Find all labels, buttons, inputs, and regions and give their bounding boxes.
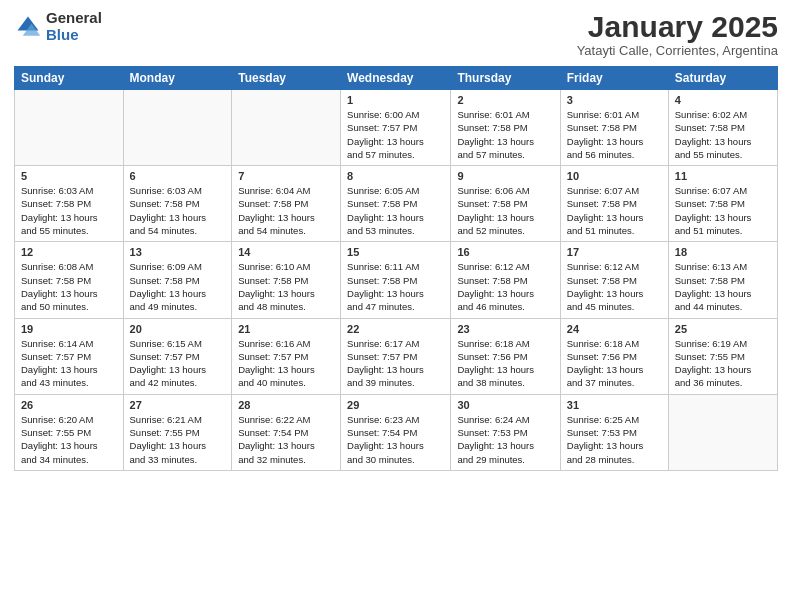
day-number: 25 bbox=[675, 323, 771, 335]
day-number: 31 bbox=[567, 399, 662, 411]
calendar-cell: 1Sunrise: 6:00 AMSunset: 7:57 PMDaylight… bbox=[341, 90, 451, 166]
calendar-week-row: 1Sunrise: 6:00 AMSunset: 7:57 PMDaylight… bbox=[15, 90, 778, 166]
calendar-week-row: 5Sunrise: 6:03 AMSunset: 7:58 PMDaylight… bbox=[15, 166, 778, 242]
logo-icon bbox=[14, 13, 42, 41]
calendar-cell: 7Sunrise: 6:04 AMSunset: 7:58 PMDaylight… bbox=[232, 166, 341, 242]
weekday-header-tuesday: Tuesday bbox=[232, 67, 341, 90]
day-info: Sunrise: 6:17 AMSunset: 7:57 PMDaylight:… bbox=[347, 337, 444, 390]
day-number: 3 bbox=[567, 94, 662, 106]
day-info: Sunrise: 6:06 AMSunset: 7:58 PMDaylight:… bbox=[457, 184, 553, 237]
day-number: 19 bbox=[21, 323, 117, 335]
day-number: 8 bbox=[347, 170, 444, 182]
day-number: 4 bbox=[675, 94, 771, 106]
weekday-header-thursday: Thursday bbox=[451, 67, 560, 90]
calendar-cell bbox=[232, 90, 341, 166]
day-number: 5 bbox=[21, 170, 117, 182]
day-info: Sunrise: 6:03 AMSunset: 7:58 PMDaylight:… bbox=[130, 184, 226, 237]
day-info: Sunrise: 6:18 AMSunset: 7:56 PMDaylight:… bbox=[457, 337, 553, 390]
calendar-cell bbox=[15, 90, 124, 166]
logo: General Blue bbox=[14, 10, 102, 43]
calendar-cell: 17Sunrise: 6:12 AMSunset: 7:58 PMDayligh… bbox=[560, 242, 668, 318]
day-number: 21 bbox=[238, 323, 334, 335]
day-info: Sunrise: 6:20 AMSunset: 7:55 PMDaylight:… bbox=[21, 413, 117, 466]
day-info: Sunrise: 6:10 AMSunset: 7:58 PMDaylight:… bbox=[238, 260, 334, 313]
day-number: 27 bbox=[130, 399, 226, 411]
calendar-cell: 8Sunrise: 6:05 AMSunset: 7:58 PMDaylight… bbox=[341, 166, 451, 242]
calendar-cell: 25Sunrise: 6:19 AMSunset: 7:55 PMDayligh… bbox=[668, 318, 777, 394]
day-number: 10 bbox=[567, 170, 662, 182]
day-number: 2 bbox=[457, 94, 553, 106]
day-info: Sunrise: 6:22 AMSunset: 7:54 PMDaylight:… bbox=[238, 413, 334, 466]
calendar-cell: 12Sunrise: 6:08 AMSunset: 7:58 PMDayligh… bbox=[15, 242, 124, 318]
day-info: Sunrise: 6:15 AMSunset: 7:57 PMDaylight:… bbox=[130, 337, 226, 390]
day-info: Sunrise: 6:23 AMSunset: 7:54 PMDaylight:… bbox=[347, 413, 444, 466]
day-number: 11 bbox=[675, 170, 771, 182]
day-number: 13 bbox=[130, 246, 226, 258]
day-info: Sunrise: 6:11 AMSunset: 7:58 PMDaylight:… bbox=[347, 260, 444, 313]
calendar-cell: 18Sunrise: 6:13 AMSunset: 7:58 PMDayligh… bbox=[668, 242, 777, 318]
calendar-cell: 21Sunrise: 6:16 AMSunset: 7:57 PMDayligh… bbox=[232, 318, 341, 394]
calendar-cell: 28Sunrise: 6:22 AMSunset: 7:54 PMDayligh… bbox=[232, 394, 341, 470]
day-info: Sunrise: 6:04 AMSunset: 7:58 PMDaylight:… bbox=[238, 184, 334, 237]
day-number: 26 bbox=[21, 399, 117, 411]
day-number: 16 bbox=[457, 246, 553, 258]
calendar-cell: 26Sunrise: 6:20 AMSunset: 7:55 PMDayligh… bbox=[15, 394, 124, 470]
day-info: Sunrise: 6:01 AMSunset: 7:58 PMDaylight:… bbox=[457, 108, 553, 161]
day-info: Sunrise: 6:16 AMSunset: 7:57 PMDaylight:… bbox=[238, 337, 334, 390]
calendar-cell: 27Sunrise: 6:21 AMSunset: 7:55 PMDayligh… bbox=[123, 394, 232, 470]
calendar-cell: 11Sunrise: 6:07 AMSunset: 7:58 PMDayligh… bbox=[668, 166, 777, 242]
day-info: Sunrise: 6:09 AMSunset: 7:58 PMDaylight:… bbox=[130, 260, 226, 313]
calendar-table: SundayMondayTuesdayWednesdayThursdayFrid… bbox=[14, 66, 778, 471]
calendar-cell: 20Sunrise: 6:15 AMSunset: 7:57 PMDayligh… bbox=[123, 318, 232, 394]
day-info: Sunrise: 6:19 AMSunset: 7:55 PMDaylight:… bbox=[675, 337, 771, 390]
day-number: 1 bbox=[347, 94, 444, 106]
logo-text: General Blue bbox=[46, 10, 102, 43]
calendar-week-row: 19Sunrise: 6:14 AMSunset: 7:57 PMDayligh… bbox=[15, 318, 778, 394]
calendar-cell: 19Sunrise: 6:14 AMSunset: 7:57 PMDayligh… bbox=[15, 318, 124, 394]
logo-general-label: General bbox=[46, 10, 102, 27]
day-info: Sunrise: 6:08 AMSunset: 7:58 PMDaylight:… bbox=[21, 260, 117, 313]
weekday-header-friday: Friday bbox=[560, 67, 668, 90]
calendar-cell: 13Sunrise: 6:09 AMSunset: 7:58 PMDayligh… bbox=[123, 242, 232, 318]
calendar-cell: 9Sunrise: 6:06 AMSunset: 7:58 PMDaylight… bbox=[451, 166, 560, 242]
day-info: Sunrise: 6:00 AMSunset: 7:57 PMDaylight:… bbox=[347, 108, 444, 161]
calendar-week-row: 26Sunrise: 6:20 AMSunset: 7:55 PMDayligh… bbox=[15, 394, 778, 470]
calendar-cell: 5Sunrise: 6:03 AMSunset: 7:58 PMDaylight… bbox=[15, 166, 124, 242]
day-number: 12 bbox=[21, 246, 117, 258]
day-info: Sunrise: 6:01 AMSunset: 7:58 PMDaylight:… bbox=[567, 108, 662, 161]
day-number: 17 bbox=[567, 246, 662, 258]
day-info: Sunrise: 6:07 AMSunset: 7:58 PMDaylight:… bbox=[567, 184, 662, 237]
location-subtitle: Yatayti Calle, Corrientes, Argentina bbox=[577, 43, 778, 58]
weekday-header-saturday: Saturday bbox=[668, 67, 777, 90]
day-number: 30 bbox=[457, 399, 553, 411]
weekday-header-row: SundayMondayTuesdayWednesdayThursdayFrid… bbox=[15, 67, 778, 90]
day-info: Sunrise: 6:03 AMSunset: 7:58 PMDaylight:… bbox=[21, 184, 117, 237]
day-info: Sunrise: 6:18 AMSunset: 7:56 PMDaylight:… bbox=[567, 337, 662, 390]
calendar-cell: 16Sunrise: 6:12 AMSunset: 7:58 PMDayligh… bbox=[451, 242, 560, 318]
day-info: Sunrise: 6:24 AMSunset: 7:53 PMDaylight:… bbox=[457, 413, 553, 466]
header: General Blue January 2025 Yatayti Calle,… bbox=[14, 10, 778, 58]
day-number: 14 bbox=[238, 246, 334, 258]
day-info: Sunrise: 6:21 AMSunset: 7:55 PMDaylight:… bbox=[130, 413, 226, 466]
day-info: Sunrise: 6:05 AMSunset: 7:58 PMDaylight:… bbox=[347, 184, 444, 237]
day-number: 9 bbox=[457, 170, 553, 182]
day-number: 28 bbox=[238, 399, 334, 411]
calendar-cell: 24Sunrise: 6:18 AMSunset: 7:56 PMDayligh… bbox=[560, 318, 668, 394]
calendar-cell: 29Sunrise: 6:23 AMSunset: 7:54 PMDayligh… bbox=[341, 394, 451, 470]
day-number: 18 bbox=[675, 246, 771, 258]
day-info: Sunrise: 6:12 AMSunset: 7:58 PMDaylight:… bbox=[567, 260, 662, 313]
calendar-cell: 6Sunrise: 6:03 AMSunset: 7:58 PMDaylight… bbox=[123, 166, 232, 242]
month-title: January 2025 bbox=[577, 10, 778, 43]
calendar-cell: 4Sunrise: 6:02 AMSunset: 7:58 PMDaylight… bbox=[668, 90, 777, 166]
day-info: Sunrise: 6:13 AMSunset: 7:58 PMDaylight:… bbox=[675, 260, 771, 313]
calendar-cell: 23Sunrise: 6:18 AMSunset: 7:56 PMDayligh… bbox=[451, 318, 560, 394]
day-info: Sunrise: 6:14 AMSunset: 7:57 PMDaylight:… bbox=[21, 337, 117, 390]
calendar-cell: 3Sunrise: 6:01 AMSunset: 7:58 PMDaylight… bbox=[560, 90, 668, 166]
day-number: 23 bbox=[457, 323, 553, 335]
calendar-cell: 10Sunrise: 6:07 AMSunset: 7:58 PMDayligh… bbox=[560, 166, 668, 242]
day-number: 15 bbox=[347, 246, 444, 258]
title-block: January 2025 Yatayti Calle, Corrientes, … bbox=[577, 10, 778, 58]
calendar-cell bbox=[123, 90, 232, 166]
calendar-cell: 22Sunrise: 6:17 AMSunset: 7:57 PMDayligh… bbox=[341, 318, 451, 394]
day-number: 6 bbox=[130, 170, 226, 182]
